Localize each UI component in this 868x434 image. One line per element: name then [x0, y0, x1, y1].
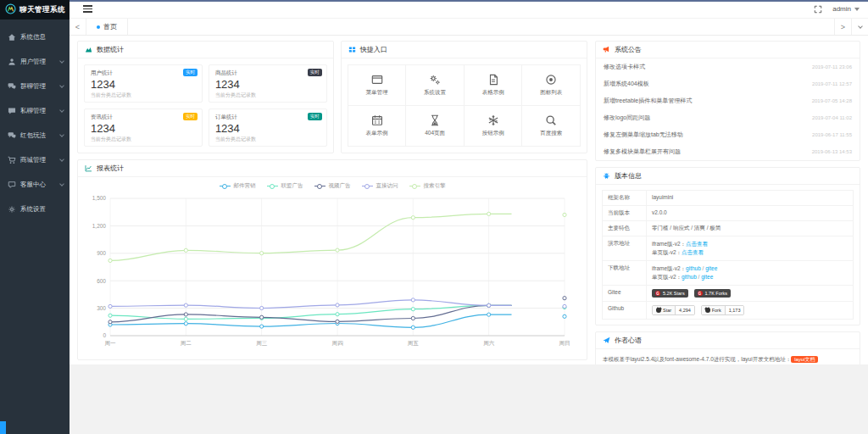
svg-text:周日: 周日 — [559, 340, 570, 346]
shortcut-404-page[interactable]: 404页面 — [406, 106, 465, 147]
chevron-down-icon — [59, 157, 64, 162]
github-star-badge[interactable]: Star4,294 — [652, 305, 695, 315]
tab-scroll-right-button[interactable]: > — [834, 19, 851, 35]
gear-icon — [8, 205, 16, 214]
legend-marker — [362, 186, 373, 186]
shortcut-baidu-search[interactable]: 百度搜索 — [522, 106, 581, 147]
legend-marker — [267, 186, 278, 186]
chevron-down-icon — [59, 108, 64, 113]
github-link[interactable]: github — [686, 265, 701, 271]
tab-bar: < 首页 > — [70, 19, 868, 36]
shortcut-icon-list[interactable]: 图标列表 — [522, 65, 581, 106]
gitee-stars-badge[interactable]: G5.2K Stars — [652, 289, 688, 298]
status-badge: 实时 — [308, 69, 322, 76]
sidebar-item-system-settings[interactable]: 系统设置 — [0, 197, 70, 221]
tab-home[interactable]: 首页 — [86, 19, 128, 35]
shortcut-table-demo[interactable]: 表格示例 — [465, 65, 523, 106]
card-title: 版本信息 — [615, 171, 642, 181]
github-fork-badge[interactable]: Fork1,173 — [701, 305, 745, 315]
svg-text:300: 300 — [97, 305, 106, 311]
caret-down-icon — [854, 8, 860, 11]
demo-link[interactable]: 点击查看 — [686, 241, 708, 247]
shortcut-menu-mgmt[interactable]: 菜单管理 — [348, 65, 407, 106]
snowflake-icon — [487, 114, 499, 126]
svg-text:900: 900 — [97, 250, 106, 256]
legend-item[interactable]: 联盟广告 — [267, 182, 303, 190]
chevron-down-icon — [59, 83, 64, 88]
layui-doc-badge[interactable]: layui文档 — [791, 356, 818, 363]
menu-collapse-icon[interactable] — [83, 3, 92, 14]
card-data-statistics: 数据统计 用户统计 1234 当前分类总记录数 实时 商品 — [77, 41, 334, 153]
legend-item[interactable]: 视频广告 — [314, 182, 351, 190]
announcement-item: 新增treetable插件和菜单管理样式 2019-07-05 14:28 — [596, 92, 860, 109]
hourglass-icon — [429, 114, 441, 126]
app-logo-icon — [5, 3, 16, 18]
table-row: 框架名称 layuimini — [603, 191, 853, 206]
card-title: 数据统计 — [97, 45, 124, 54]
github-link[interactable]: github — [682, 274, 697, 280]
svg-text:1,200: 1,200 — [92, 223, 107, 229]
shortcut-button-demo[interactable]: 按钮示例 — [465, 106, 523, 147]
sidebar-item-service-center[interactable]: 客服中心 — [0, 172, 70, 197]
logo-bar: 聊天管理系统 — [0, 0, 70, 19]
announcement-item: 修复左侧菜单缩放tab无法移动 2019-06-17 11:55 — [596, 126, 860, 143]
user-menu[interactable]: admin — [832, 5, 860, 13]
demo-link[interactable]: 点击查看 — [682, 249, 704, 255]
svg-text:周四: 周四 — [332, 340, 344, 346]
svg-text:周一: 周一 — [105, 340, 117, 346]
card-title: 作者心语 — [615, 336, 642, 345]
chart-legend: 邮件营销 联盟广告 视频广告 直接访问 — [83, 182, 581, 190]
chevron-down-icon — [59, 181, 64, 186]
sidebar-item-mall-mgmt[interactable]: 商城管理 — [0, 147, 70, 172]
stat-card-products: 商品统计 1234 当前分类总记录数 实时 — [209, 64, 327, 103]
legend-item[interactable]: 邮件营销 — [220, 182, 256, 190]
page-background — [70, 364, 868, 434]
main-area: admin < 首页 > — [70, 0, 868, 434]
gitee-link[interactable]: gitee — [701, 274, 713, 280]
octocat-icon — [705, 308, 710, 313]
announcement-item: 修改logo间距问题 2019-07-04 11:02 — [596, 109, 860, 126]
announcement-list: 修改选项卡样式 2019-07-11 23:06 新增系统404模板 2019-… — [596, 58, 860, 160]
sidebar-item-user-mgmt[interactable]: 用户管理 — [0, 49, 70, 74]
sidebar-item-private-chat[interactable]: 私聊管理 — [0, 98, 70, 123]
shortcut-form-demo[interactable]: 表单示例 — [348, 106, 407, 147]
stat-card-news: 资讯统计 1234 当前分类总记录数 实时 — [84, 108, 203, 147]
svg-text:周五: 周五 — [408, 340, 420, 346]
gitee-forks-badge[interactable]: G1.7K Forks — [694, 289, 732, 298]
sidebar-item-group-chat[interactable]: 群聊管理 — [0, 74, 70, 98]
announcement-item: 新增系统404模板 2019-07-11 12:57 — [596, 75, 860, 92]
table-row: 主要特色 零门槛 / 响应式 / 清爽 / 极简 — [603, 221, 853, 236]
stat-card-users: 用户统计 1234 当前分类总记录数 实时 — [84, 64, 203, 103]
svg-text:0: 0 — [103, 332, 106, 338]
file-icon — [487, 74, 499, 86]
gitee-icon: G — [655, 291, 660, 296]
announcement-item: 修改选项卡样式 2019-07-11 23:06 — [596, 58, 860, 75]
fullscreen-icon[interactable] — [814, 5, 822, 14]
legend-marker — [409, 186, 420, 186]
app-title: 聊天管理系统 — [19, 5, 65, 15]
shortcut-system-settings[interactable]: 系统设置 — [406, 65, 465, 106]
gears-icon — [429, 74, 441, 86]
svg-text:1,500: 1,500 — [92, 195, 107, 201]
bullhorn-icon — [603, 46, 610, 53]
page-loading-bar — [70, 0, 868, 2]
calendar-icon — [371, 114, 383, 126]
tab-menu-button[interactable] — [851, 19, 868, 35]
gitee-link[interactable]: gitee — [705, 265, 717, 271]
sidebar-menu: 系统信息 用户管理 群聊管理 私聊管理 红包玩法 — [0, 19, 70, 221]
svg-text:周三: 周三 — [256, 340, 268, 346]
sidebar-bottom-accent — [0, 421, 6, 434]
username: admin — [832, 5, 851, 13]
card-title: 报表统计 — [97, 164, 124, 173]
legend-item[interactable]: 直接访问 — [362, 182, 398, 190]
legend-item[interactable]: 搜索引擎 — [409, 182, 446, 190]
octocat-icon — [656, 308, 661, 313]
paper-plane-icon — [603, 337, 610, 344]
chevron-down-icon — [59, 58, 64, 64]
sidebar-item-system-info[interactable]: 系统信息 — [0, 25, 70, 49]
legend-marker — [314, 186, 326, 186]
tab-scroll-left-button[interactable]: < — [70, 19, 86, 35]
card-version-info: 版本信息 框架名称 layuimini 当前版本 v2.0.0 — [595, 167, 860, 326]
sidebar-item-red-packet[interactable]: 红包玩法 — [0, 123, 70, 147]
svg-text:周二: 周二 — [181, 340, 192, 346]
